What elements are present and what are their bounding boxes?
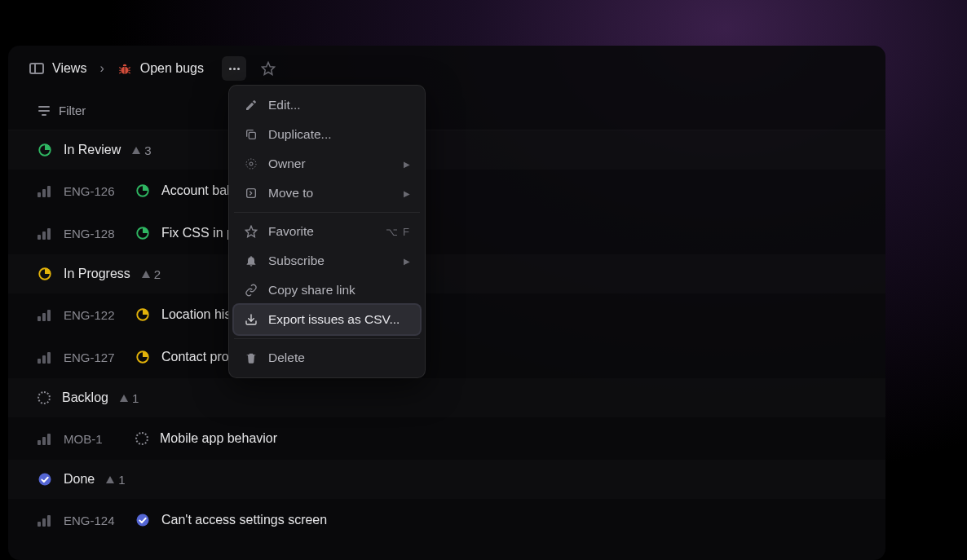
issue-id: ENG-126 [64, 184, 124, 198]
svg-marker-21 [245, 226, 256, 236]
more-button[interactable] [222, 56, 246, 81]
chevron-right-icon: ▶ [404, 189, 410, 198]
menu-item-label: Move to [268, 186, 313, 201]
filter-bar: Filter [8, 91, 885, 130]
bell-icon [244, 254, 258, 268]
menu-item-trash[interactable]: Delete [234, 343, 420, 373]
menu-item-label: Edit... [268, 98, 301, 112]
group-header-in_review[interactable]: In Review 3 [8, 130, 885, 170]
issue-row[interactable]: MOB-1 Mobile app behavior [8, 417, 885, 460]
svg-point-16 [137, 514, 149, 527]
priority-icon [38, 308, 52, 321]
panel-icon [29, 63, 44, 74]
menu-shortcut: ⌥ F [386, 226, 410, 238]
menu-item-label: Duplicate... [268, 127, 332, 142]
context-menu: Edit... Duplicate... Owner ▶ Move to ▶ F… [228, 85, 426, 378]
group-label: Backlog [62, 390, 108, 405]
header: Views › Open bugs [8, 46, 885, 91]
issue-title: Location his [161, 307, 231, 322]
star-icon [244, 224, 258, 239]
menu-separator [234, 212, 420, 213]
menu-item-owner[interactable]: Owner ▶ [234, 149, 420, 179]
owner-icon [244, 157, 258, 171]
menu-item-star[interactable]: Favorite ⌥ F [234, 217, 420, 246]
menu-separator [234, 338, 420, 339]
chevron-right-icon: ▶ [404, 257, 410, 266]
issue-title: Mobile app behavior [160, 431, 277, 446]
group-header-done[interactable]: Done 1 [8, 460, 885, 499]
svg-line-4 [119, 73, 121, 74]
breadcrumb-views-label: Views [52, 61, 86, 76]
issue-id: ENG-128 [64, 227, 124, 240]
menu-item-link[interactable]: Copy share link [234, 276, 420, 305]
priority-icon [38, 432, 52, 445]
group-header-backlog[interactable]: Backlog 1 [8, 378, 885, 417]
duplicate-icon [244, 127, 258, 142]
issue-title: Contact prof [161, 350, 232, 364]
issue-title: Can't access settings screen [161, 513, 327, 527]
issue-title: Account bal [161, 183, 230, 198]
svg-line-7 [128, 73, 130, 74]
menu-item-label: Owner [268, 157, 306, 171]
svg-marker-8 [263, 63, 275, 75]
menu-item-label: Delete [268, 351, 305, 365]
issue-row[interactable]: ENG-124 Can't access settings screen [8, 499, 885, 541]
breadcrumb-views[interactable]: Views [21, 56, 95, 81]
issue-id: ENG-122 [64, 308, 124, 322]
download-icon [244, 312, 258, 327]
breadcrumb-current-label: Open bugs [140, 61, 204, 76]
priority-icon [38, 351, 52, 364]
svg-line-2 [119, 68, 121, 69]
group-label: In Review [64, 143, 121, 157]
breadcrumb-current[interactable]: Open bugs [109, 56, 212, 81]
group-count: 1 [106, 473, 125, 487]
issues-list: In Review 3 ENG-126 Account bal ENG-128 … [8, 130, 885, 541]
filter-icon [38, 106, 51, 116]
menu-item-label: Copy share link [268, 283, 355, 298]
breadcrumb-separator: › [99, 61, 104, 76]
filter-button[interactable]: Filter [38, 104, 86, 117]
menu-item-move[interactable]: Move to ▶ [234, 179, 420, 208]
issue-row[interactable]: ENG-122 Location his [8, 293, 885, 336]
issue-row[interactable]: ENG-126 Account bal [8, 170, 885, 212]
group-count: 3 [132, 143, 151, 157]
app-window: Views › Open bugs Fil [8, 46, 885, 560]
link-icon [244, 283, 258, 298]
issue-id: MOB-1 [64, 432, 124, 446]
group-count: 1 [120, 391, 139, 405]
issue-id: ENG-124 [64, 514, 124, 527]
group-header-in_progress[interactable]: In Progress 2 [8, 254, 885, 293]
menu-item-bell[interactable]: Subscribe ▶ [234, 246, 420, 276]
issue-row[interactable]: ENG-127 Contact prof [8, 336, 885, 378]
priority-icon [38, 184, 52, 197]
menu-item-label: Subscribe [268, 254, 325, 268]
favorite-star-icon[interactable] [261, 61, 276, 76]
menu-item-pencil[interactable]: Edit... [234, 90, 420, 120]
svg-rect-17 [249, 132, 255, 139]
group-label: In Progress [64, 267, 130, 281]
priority-icon [38, 227, 52, 240]
svg-point-18 [249, 162, 253, 165]
group-label: Done [64, 472, 95, 487]
svg-line-5 [128, 68, 130, 69]
issue-row[interactable]: ENG-128 Fix CSS in pa [8, 212, 885, 254]
menu-item-label: Favorite [268, 224, 314, 239]
menu-item-duplicate[interactable]: Duplicate... [234, 120, 420, 149]
chevron-right-icon: ▶ [404, 160, 410, 169]
menu-item-download[interactable]: Export issues as CSV... [234, 305, 420, 334]
issue-id: ENG-127 [64, 351, 124, 364]
svg-point-19 [246, 159, 256, 169]
group-count: 2 [142, 267, 161, 281]
pencil-icon [244, 98, 258, 112]
trash-icon [244, 351, 258, 365]
filter-label: Filter [59, 104, 86, 117]
bug-icon [117, 61, 132, 76]
move-icon [244, 186, 258, 201]
menu-item-label: Export issues as CSV... [268, 312, 400, 327]
svg-point-15 [39, 474, 51, 486]
priority-icon [38, 514, 52, 527]
